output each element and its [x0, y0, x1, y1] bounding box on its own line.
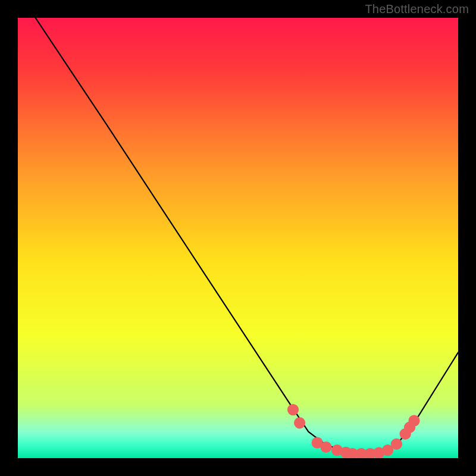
marker-dot [391, 439, 402, 450]
marker-dot [294, 417, 305, 428]
marker-dot [320, 441, 331, 453]
chart-svg [18, 18, 458, 458]
marker-dot [287, 404, 299, 415]
plot-area [18, 18, 458, 458]
attribution-label: TheBottleneck.com [365, 2, 469, 16]
gradient-background [18, 18, 458, 458]
marker-dot [408, 415, 419, 426]
chart-frame: TheBottleneck.com [0, 0, 476, 476]
